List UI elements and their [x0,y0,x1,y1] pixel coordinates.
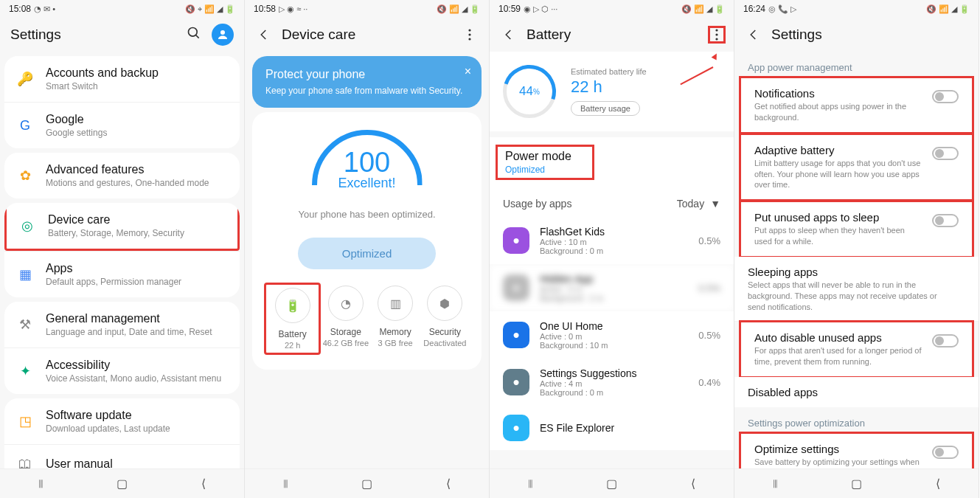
tile-icon: 🔋 [275,288,310,323]
header: Settings [0,18,244,52]
settings-item[interactable]: ◳ Software update Download updates, Last… [4,398,240,444]
optimize-button[interactable]: Optimized [298,238,437,269]
nav-bar: ⦀ ▢ ⟨ [245,468,489,498]
tile-memory[interactable]: ▥ Memory 3 GB free [371,286,420,352]
header: Battery [490,18,734,52]
app-row[interactable]: ● FlashGet Kids Active : 10 m Background… [490,217,734,264]
more-icon[interactable] [708,26,726,44]
page-title: Device care [282,27,461,43]
phone-battery: 10:59◉ ▷ ⬡ ∙∙∙ 🔇 📶 ◢ 🔋 Battery 44% Estim… [490,0,734,498]
search-icon[interactable] [187,26,201,44]
battery-usage-button[interactable]: Battery usage [571,101,640,116]
nav-bar: ⦀ ▢ ⟨ [490,468,734,498]
settings-item[interactable]: 🔑 Accounts and backup Smart Switch [4,56,240,102]
item-icon: ✦ [16,362,34,380]
svg-point-7 [715,33,717,35]
toggle-item[interactable]: Optimize settings Save battery by optimi… [741,434,972,468]
toggle-item[interactable]: Notifications Get notified about apps us… [741,78,972,132]
settings-item[interactable]: ✦ Accessibility Voice Assistant, Mono au… [4,347,240,394]
toggle-item[interactable]: Put unused apps to sleep Put apps to sle… [741,202,972,256]
toggle-switch[interactable] [932,147,959,160]
item-icon: ⚒ [16,316,34,333]
settings-item[interactable]: 🕮 User manual [4,444,240,468]
status-bar: 15:08◔ ✉ • 🔇 ⌖ 📶 ◢ 🔋 [0,0,244,18]
back-button[interactable]: ⟨ [195,475,212,493]
chevron-down-icon: ▼ [710,198,720,210]
home-button[interactable]: ▢ [113,475,131,493]
item-icon: ◳ [16,412,34,430]
more-icon[interactable] [461,26,479,44]
page-title: Settings [10,27,187,43]
close-icon[interactable]: × [465,65,471,78]
item-icon: 🔑 [16,70,34,88]
power-mode-item[interactable]: Power mode Optimized [490,137,734,187]
tile-storage[interactable]: ◔ Storage 46.2 GB free [321,286,370,352]
app-row[interactable]: ● Hidden App Active : 5 m Background : 2… [490,264,734,311]
tile-icon: ◔ [328,286,364,321]
toggle-switch[interactable] [932,334,959,347]
back-button[interactable]: ⟨ [684,475,702,493]
phone-settings: 15:08◔ ✉ • 🔇 ⌖ 📶 ◢ 🔋 Settings 🔑 Accounts… [0,0,245,498]
app-row[interactable]: ● ES File Explorer [490,406,734,450]
settings-list[interactable]: 🔑 Accounts and backup Smart SwitchG Goog… [0,52,244,468]
security-banner[interactable]: Protect your phone Keep your phone safe … [252,56,482,108]
score-card: 100 Excellent! Your phone has been optim… [252,112,482,370]
battery-ring: 44% [503,65,556,118]
item-icon: G [16,117,34,134]
tile-icon: ⬢ [427,286,462,321]
tile-icon: ▥ [378,286,413,321]
back-button[interactable]: ⟨ [929,475,947,493]
status-bar: 10:59◉ ▷ ⬡ ∙∙∙ 🔇 📶 ◢ 🔋 [490,0,734,18]
settings-item[interactable]: ✿ Advanced features Motions and gestures… [4,153,240,198]
back-icon[interactable] [745,26,762,44]
battery-summary: 44% Estimated battery life 22 h Battery … [490,52,734,131]
settings-item[interactable]: G Google Google settings [4,102,240,148]
usage-filter[interactable]: Today ▼ [677,198,720,210]
page-title: Settings [771,27,968,43]
svg-point-3 [468,29,470,31]
home-button[interactable]: ▢ [358,475,375,493]
tile-security[interactable]: ⬢ Security Deactivated [420,286,470,352]
score-value: 100 [264,147,470,179]
app-icon: ● [503,369,529,395]
svg-point-0 [189,28,198,37]
usage-header: Usage by apps Today ▼ [490,187,734,217]
toggle-item[interactable]: Disabled apps [734,377,979,407]
toggle-switch[interactable] [932,446,959,459]
nav-bar: ⦀ ▢ ⟨ [0,468,244,498]
svg-point-8 [715,38,717,40]
svg-line-1 [196,35,199,38]
status-bar: 10:58▷ ◉ ≈ ∙∙ 🔇 📶 ◢ 🔋 [245,0,489,18]
settings-item[interactable]: ▦ Apps Default apps, Permission manager [4,251,240,297]
section-header: App power management [734,52,979,77]
app-row[interactable]: ● Settings Suggestions Active : 4 m Back… [490,359,734,406]
app-row[interactable]: ● One UI Home Active : 0 m Background : … [490,311,734,359]
toggle-item[interactable]: Sleeping apps Select apps that will neve… [734,257,979,322]
nav-bar: ⦀ ▢ ⟨ [734,468,979,498]
phone-device-care: 10:58▷ ◉ ≈ ∙∙ 🔇 📶 ◢ 🔋 Device care Protec… [245,0,490,498]
toggle-item[interactable]: Adaptive battery Limit battery usage for… [741,135,972,200]
back-icon[interactable] [255,26,273,44]
recents-button[interactable]: ⦀ [277,475,294,493]
home-button[interactable]: ▢ [602,475,620,493]
section-header: Settings power optimization [734,407,979,433]
avatar[interactable] [212,24,234,46]
recents-button[interactable]: ⦀ [521,475,539,493]
app-icon: ● [503,227,529,254]
toggle-item[interactable]: Auto disable unused apps For apps that a… [741,322,972,376]
back-icon[interactable] [500,26,518,44]
item-icon: 🕮 [16,455,34,468]
home-button[interactable]: ▢ [847,475,865,493]
back-button[interactable]: ⟨ [439,475,457,493]
recents-button[interactable]: ⦀ [766,475,784,493]
settings-item[interactable]: ◎ Device care Battery, Storage, Memory, … [4,203,240,251]
tile-battery[interactable]: 🔋 Battery 22 h [264,283,321,355]
header: Device care [245,18,489,52]
app-icon: ● [503,415,529,441]
toggle-switch[interactable] [932,90,959,103]
svg-point-2 [220,30,225,35]
settings-item[interactable]: ⚒ General management Language and input,… [4,302,240,347]
toggle-switch[interactable] [932,214,959,227]
phone-power-settings: 16:24◎ 📞 ▷ 🔇 📶 ◢ 🔋 Settings App power ma… [734,0,979,498]
recents-button[interactable]: ⦀ [32,475,49,493]
